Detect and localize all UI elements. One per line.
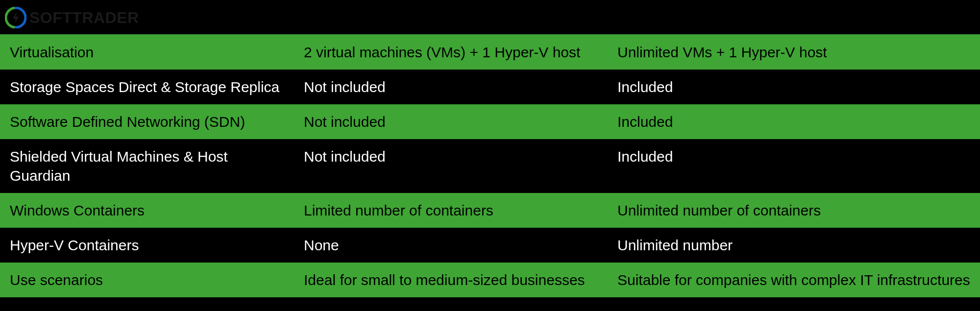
feature-cell: Storage Spaces Direct & Storage Replica xyxy=(0,70,294,104)
brand-logo: SOFTTRADER xyxy=(5,7,139,28)
datacentre-cell: Suitable for companies with complex IT i… xyxy=(608,263,980,297)
table-row: Shielded Virtual Machines & Host Guardia… xyxy=(0,139,980,193)
datacentre-cell: Unlimited number of containers xyxy=(608,193,980,228)
datacentre-cell: Included xyxy=(608,139,980,193)
table-row: Storage Spaces Direct & Storage Replica … xyxy=(0,70,980,104)
standard-cell: 2 virtual machines (VMs) + 1 Hyper-V hos… xyxy=(294,35,608,70)
feature-cell: Windows Containers xyxy=(0,193,294,228)
standard-cell: Ideal for small to medium-sized business… xyxy=(294,263,608,297)
standard-cell: None xyxy=(294,228,608,263)
table-row: Hyper-V Containers None Unlimited number xyxy=(0,228,980,263)
datacentre-cell: Included xyxy=(608,70,980,104)
standard-cell: Not included xyxy=(294,139,608,193)
standard-cell: Not included xyxy=(294,70,608,104)
standard-cell: Limited number of containers xyxy=(294,193,608,228)
comparison-table: Virtualisation 2 virtual machines (VMs) … xyxy=(0,0,980,297)
feature-cell: Virtualisation xyxy=(0,35,294,70)
table-row: Virtualisation 2 virtual machines (VMs) … xyxy=(0,34,980,70)
datacentre-cell: Included xyxy=(608,104,980,139)
feature-cell: Shielded Virtual Machines & Host Guardia… xyxy=(0,139,294,193)
feature-cell: Use scenarios xyxy=(0,263,294,297)
table-row: Software Defined Networking (SDN) Not in… xyxy=(0,104,980,139)
lightning-icon xyxy=(5,7,26,28)
table-row: Use scenarios Ideal for small to medium-… xyxy=(0,263,980,297)
feature-cell: Hyper-V Containers xyxy=(0,228,294,263)
standard-cell: Not included xyxy=(294,104,608,139)
brand-name: SOFTTRADER xyxy=(29,9,139,27)
datacentre-cell: Unlimited VMs + 1 Hyper-V host xyxy=(608,35,980,70)
datacentre-cell: Unlimited number xyxy=(608,228,980,263)
feature-cell: Software Defined Networking (SDN) xyxy=(0,104,294,139)
table-row: Windows Containers Limited number of con… xyxy=(0,193,980,228)
